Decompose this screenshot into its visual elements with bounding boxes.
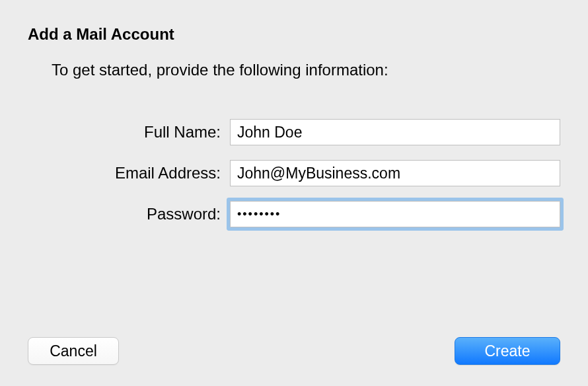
- password-row: Password:: [67, 201, 560, 227]
- create-button[interactable]: Create: [455, 337, 560, 365]
- account-form: Full Name: Email Address: Password:: [67, 119, 560, 227]
- email-field[interactable]: [230, 160, 560, 186]
- dialog-title: Add a Mail Account: [28, 25, 560, 44]
- cancel-button[interactable]: Cancel: [28, 337, 119, 365]
- dialog-subtitle: To get started, provide the following in…: [52, 61, 560, 79]
- button-bar: Cancel Create: [28, 337, 560, 365]
- add-mail-account-dialog: Add a Mail Account To get started, provi…: [0, 0, 588, 386]
- full-name-row: Full Name:: [67, 119, 560, 145]
- email-row: Email Address:: [67, 160, 560, 186]
- password-field[interactable]: [230, 201, 560, 227]
- full-name-label: Full Name:: [67, 123, 230, 141]
- password-label: Password:: [67, 205, 230, 223]
- email-label: Email Address:: [67, 164, 230, 182]
- full-name-field[interactable]: [230, 119, 560, 145]
